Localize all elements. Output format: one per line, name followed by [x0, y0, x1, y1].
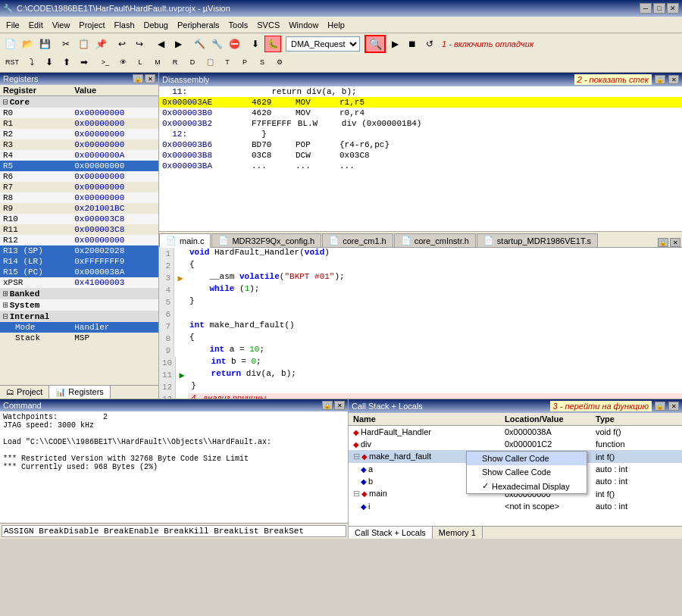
tb-step-in[interactable]: ⬇: [41, 54, 58, 70]
tb-stop-build[interactable]: ⛔: [226, 36, 242, 52]
tb-more[interactable]: ⚙: [271, 54, 288, 70]
tb-run[interactable]: ▶: [386, 36, 403, 52]
ctx-show-caller-code[interactable]: Show Caller Code: [467, 452, 587, 465]
tb-cmd-win[interactable]: >_: [97, 54, 114, 70]
disasm-lock-btn[interactable]: 🔒: [655, 75, 665, 84]
menu-window[interactable]: Window: [284, 17, 323, 33]
tb-perf[interactable]: P: [236, 54, 253, 70]
menu-flash[interactable]: Flash: [110, 17, 139, 33]
tb-redo[interactable]: ↪: [131, 36, 148, 52]
tab-core-cm1[interactable]: 📄 core_cm1.h: [322, 233, 393, 247]
tb-new[interactable]: 📄: [2, 36, 18, 52]
tab-registers[interactable]: 📊 Registers: [49, 386, 111, 399]
code-close-btn[interactable]: ✕: [670, 238, 680, 247]
list-item[interactable]: ◆i <not in scope> auto : int: [349, 500, 682, 512]
tb-back[interactable]: ◀: [152, 36, 169, 52]
tb-rst[interactable]: RST: [2, 54, 23, 70]
list-item[interactable]: R70x00000000: [0, 182, 158, 192]
target-dropdown[interactable]: DMA_Request: [286, 36, 360, 52]
registers-lock-btn[interactable]: 🔒: [133, 74, 143, 83]
tab-main-c[interactable]: 📄 main.c: [159, 233, 211, 248]
menu-file[interactable]: File: [2, 17, 24, 33]
tb-download[interactable]: ⬇: [247, 36, 264, 52]
tb-locals[interactable]: L: [132, 54, 149, 70]
list-item[interactable]: 0x000003B6 BD70 POP {r4-r6,pc}: [159, 139, 682, 150]
tb-forward[interactable]: ▶: [170, 36, 186, 52]
tb-step-over[interactable]: ⤵: [23, 54, 40, 70]
command-input[interactable]: [2, 525, 346, 537]
list-item[interactable]: R60x00000000: [0, 171, 158, 182]
list-item[interactable]: ModeHandler: [0, 322, 158, 333]
code-lock-btn[interactable]: 🔒: [658, 238, 668, 247]
menu-help[interactable]: Help: [323, 17, 349, 33]
tb-log[interactable]: 📋: [202, 54, 218, 70]
list-item[interactable]: xPSR0x41000003: [0, 277, 158, 288]
menu-debug[interactable]: Debug: [139, 17, 173, 33]
tb-paste[interactable]: 📌: [92, 36, 109, 52]
tb-regs[interactable]: R: [167, 54, 183, 70]
list-item[interactable]: R90x201001BC: [0, 203, 158, 214]
title-bar-controls[interactable]: ─ □ ✕: [640, 3, 679, 14]
menu-peripherals[interactable]: Peripherals: [173, 17, 224, 33]
ctx-show-callee-code[interactable]: Show Callee Code: [467, 465, 587, 479]
tab-startup[interactable]: 📄 startup_MDR1986VE1T.s: [477, 233, 598, 247]
registers-close-btn[interactable]: ✕: [145, 74, 155, 83]
command-lock-btn[interactable]: 🔒: [322, 401, 333, 410]
reg-section-system[interactable]: ⊞System: [0, 299, 158, 311]
tb-open[interactable]: 📂: [19, 36, 36, 52]
list-item[interactable]: R00x00000000: [0, 108, 158, 118]
list-item[interactable]: StackMSP: [0, 333, 158, 343]
tb-build[interactable]: 🔨: [191, 36, 208, 52]
close-button[interactable]: ✕: [667, 3, 679, 14]
tb-copy[interactable]: 📋: [75, 36, 92, 52]
reg-section-internal[interactable]: ⊟Internal: [0, 311, 158, 322]
reg-section-core[interactable]: ⊟Core: [0, 96, 158, 108]
list-item[interactable]: R120x00000000: [0, 235, 158, 245]
tb-run-cursor[interactable]: ➡: [76, 54, 92, 70]
tb-memory[interactable]: M: [149, 54, 166, 70]
list-item[interactable]: R10x00000000: [0, 118, 158, 129]
list-item[interactable]: R20x00000000: [0, 129, 158, 139]
reg-section-banked[interactable]: ⊞Banked: [0, 288, 158, 299]
tb-undo[interactable]: ↩: [114, 36, 130, 52]
tb-cut[interactable]: ✂: [58, 36, 74, 52]
tab-memory1[interactable]: Memory 1: [433, 527, 483, 539]
menu-tools[interactable]: Tools: [224, 17, 253, 33]
list-item[interactable]: R30x00000000: [0, 139, 158, 150]
list-item[interactable]: R15 (PC)0x0000038A: [0, 267, 158, 277]
tb-step-out[interactable]: ⬆: [58, 54, 75, 70]
list-item[interactable]: 0x000003B0 4620 MOV r0,r4: [159, 108, 682, 118]
tb-save[interactable]: 💾: [36, 36, 53, 52]
list-item[interactable]: R14 (LR)0xFFFFFFF9: [0, 256, 158, 267]
tb-debug[interactable]: 🐛: [264, 36, 281, 52]
menu-edit[interactable]: Edit: [24, 17, 48, 33]
list-item[interactable]: ◆HardFault_Handler 0x0000038A void f(): [349, 426, 682, 438]
tb-rebuild[interactable]: 🔧: [208, 36, 225, 52]
tb-disasm-btn[interactable]: D: [184, 54, 201, 70]
list-item[interactable]: ◆div 0x000001C2 function: [349, 438, 682, 450]
maximize-button[interactable]: □: [653, 3, 665, 14]
list-item[interactable]: R110x000003C8: [0, 224, 158, 235]
tab-project[interactable]: 🗂 Project: [0, 386, 49, 399]
list-item[interactable]: R40x0000000A: [0, 150, 158, 161]
command-close-btn[interactable]: ✕: [334, 401, 345, 410]
list-item[interactable]: 0x000003B2 F7FFEFFF BL.W div (0x000001B4…: [159, 118, 682, 129]
list-item[interactable]: R80x00000000: [0, 192, 158, 203]
tb-search[interactable]: 🔍: [364, 35, 386, 53]
tb-sym[interactable]: S: [254, 54, 271, 70]
callstack-lock-btn[interactable]: 🔒: [655, 402, 665, 411]
list-item[interactable]: 0x000003AE 4629 MOV r1,r5: [159, 97, 682, 108]
ctx-hex-display[interactable]: ✓ Hexadecimal Display: [467, 479, 587, 493]
list-item[interactable]: 0x000003BA ... ... ...: [159, 161, 682, 171]
menu-view[interactable]: View: [48, 17, 75, 33]
tab-mdr-config[interactable]: 📄 MDR32F9Qx_config.h: [211, 233, 321, 247]
tb-trace[interactable]: T: [219, 54, 236, 70]
list-item[interactable]: R13 (SP)0x20002028: [0, 245, 158, 256]
callstack-close-btn[interactable]: ✕: [668, 402, 679, 411]
tab-callstack[interactable]: Call Stack + Locals: [349, 527, 433, 539]
tb-reset[interactable]: ↺: [421, 36, 438, 52]
tb-watch[interactable]: 👁: [114, 54, 131, 70]
minimize-button[interactable]: ─: [640, 3, 652, 14]
menu-svcs[interactable]: SVCS: [252, 17, 284, 33]
list-item[interactable]: 0x000003B8 03C8 DCW 0x03C8: [159, 150, 682, 161]
